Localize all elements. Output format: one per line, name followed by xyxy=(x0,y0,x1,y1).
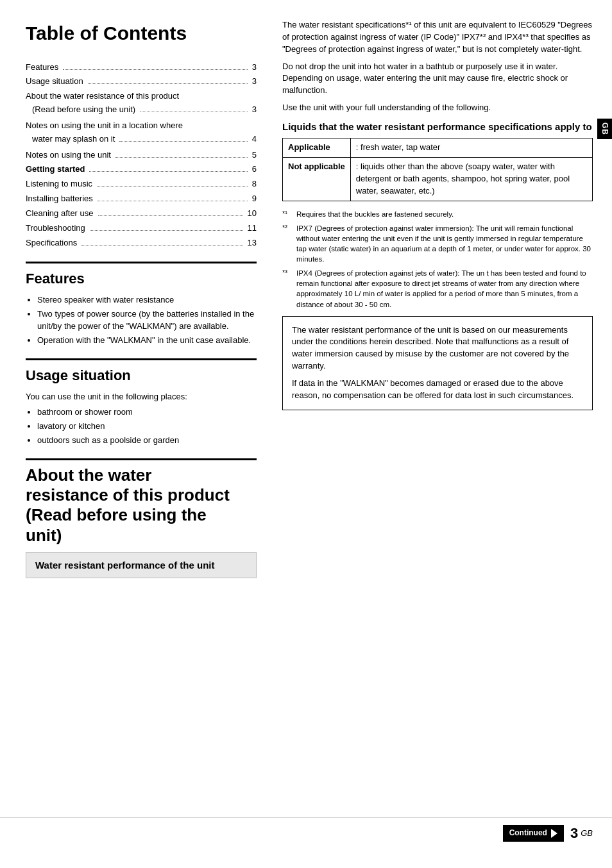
not-applicable-value: : liquids other than the above (soapy wa… xyxy=(350,158,592,201)
toc-title: Table of Contents xyxy=(26,19,257,47)
toc-label: (Read before using the unit) xyxy=(32,104,138,116)
usage-title: Usage situation xyxy=(26,365,257,386)
not-applicable-label: Not applicable xyxy=(283,158,351,201)
table-row-not-applicable: Not applicable : liquids other than the … xyxy=(283,158,593,201)
toc-page: 3 xyxy=(250,62,257,74)
usage-list: bathroom or shower room lavatory or kitc… xyxy=(37,406,257,447)
list-item: Stereo speaker with water resistance xyxy=(37,294,257,306)
continued-label: Continued xyxy=(509,828,547,839)
toc-fill xyxy=(63,69,247,70)
footnote-num: *³ xyxy=(282,268,296,309)
bottom-bar: Continued 3 GB xyxy=(0,817,612,849)
list-item: Two types of power source (by the batter… xyxy=(37,308,257,333)
intro-paragraph: The water resistant specifications*¹ of … xyxy=(282,19,593,56)
list-item: outdoors such as a poolside or garden xyxy=(37,435,257,447)
toc-page: 11 xyxy=(245,222,257,235)
toc-page: 10 xyxy=(245,208,257,220)
footnote-num: *² xyxy=(282,223,296,264)
toc-item-water-resistance-sub: (Read before using the unit) 3 xyxy=(26,103,257,117)
features-list: Stereo speaker with water resistance Two… xyxy=(37,294,257,346)
list-item: lavatory or kitchen xyxy=(37,421,257,433)
toc-label: water may splash on it xyxy=(32,133,117,146)
water-resistance-title: About the waterresistance of this produc… xyxy=(26,465,257,546)
toc-fill xyxy=(115,157,248,158)
toc-page: 3 xyxy=(250,104,257,116)
toc-item-notes-location-sub: water may splash on it 4 xyxy=(26,132,257,147)
left-column: Table of Contents Features 3 Usage situa… xyxy=(0,19,269,811)
toc-page: 9 xyxy=(250,193,257,205)
toc-fill xyxy=(98,201,248,201)
footnotes: *¹ Requires that the buckles are fastene… xyxy=(282,209,593,310)
toc-label: Troubleshooting xyxy=(26,222,88,235)
toc-item-notes-location: Notes on using the unit in a location wh… xyxy=(26,119,257,148)
water-divider xyxy=(26,458,257,460)
warranty-text-2: If data in the "WALKMAN" becomes damaged… xyxy=(292,378,583,402)
toc-item-cleaning: Cleaning after use 10 xyxy=(26,206,257,221)
footnote-text: IPX7 (Degrees of protection against wate… xyxy=(296,223,593,264)
features-title: Features xyxy=(26,269,257,289)
toc-fill xyxy=(119,141,247,142)
toc-item-notes-unit: Notes on using the unit 5 xyxy=(26,148,257,163)
toc-fill xyxy=(97,186,248,187)
footnote-text: IPX4 (Degrees of protection against jets… xyxy=(296,268,593,309)
gb-label: GB xyxy=(597,119,612,139)
toc-label: Features xyxy=(26,62,61,74)
usage-intro: You can use the unit in the following pl… xyxy=(26,391,257,403)
toc-item-listening: Listening to music 8 xyxy=(26,177,257,192)
toc-fill xyxy=(90,230,243,231)
footnote-3: *³ IPX4 (Degrees of protection against j… xyxy=(282,268,593,309)
toc-fill xyxy=(140,112,248,112)
footnote-1: *¹ Requires that the buckles are fastene… xyxy=(282,209,593,219)
applicable-table: Applicable : fresh water, tap water Not … xyxy=(282,138,593,201)
continued-arrow-icon xyxy=(551,829,557,838)
applicable-value: : fresh water, tap water xyxy=(350,138,592,158)
toc-list: Features 3 Usage situation 3 About the w… xyxy=(26,60,257,251)
table-row-applicable: Applicable : fresh water, tap water xyxy=(283,138,593,158)
footnote-2: *² IPX7 (Degrees of protection against w… xyxy=(282,223,593,264)
usage-divider xyxy=(26,358,257,360)
toc-label: Notes on using the unit xyxy=(26,149,114,162)
continued-button: Continued xyxy=(503,825,564,841)
warranty-box: The water resistant performance of the u… xyxy=(282,316,593,410)
toc-label: Installing batteries xyxy=(26,193,96,205)
toc-label: Cleaning after use xyxy=(26,208,96,220)
list-item: Operation with the "WALKMAN" in the unit… xyxy=(37,335,257,347)
toc-label: Usage situation xyxy=(26,76,86,88)
toc-fill xyxy=(88,83,248,84)
toc-label: Getting started xyxy=(26,163,87,176)
toc-page: 3 xyxy=(250,76,257,88)
page-gb: GB xyxy=(581,828,593,840)
toc-item-getting-started: Getting started 6 xyxy=(26,162,257,177)
water-performance-box: Water resistant performance of the unit xyxy=(26,552,257,579)
toc-item-features: Features 3 xyxy=(26,60,257,75)
para3: Use the unit with your full understandin… xyxy=(282,102,593,114)
toc-item-water-resistance: About the water resistance of this produ… xyxy=(26,89,257,119)
toc-item-specifications: Specifications 13 xyxy=(26,236,257,251)
toc-label: Listening to music xyxy=(26,178,95,190)
toc-page: 8 xyxy=(250,178,257,190)
page: Table of Contents Features 3 Usage situa… xyxy=(0,0,612,868)
toc-label-line1: Notes on using the unit in a location wh… xyxy=(26,120,257,132)
right-column: GB The water resistant specifications*¹ … xyxy=(269,19,612,811)
toc-label: Specifications xyxy=(26,237,80,249)
liquids-title: Liquids that the water resistant perform… xyxy=(282,121,593,133)
toc-item-batteries: Installing batteries 9 xyxy=(26,192,257,206)
toc-page: 5 xyxy=(250,149,257,162)
toc-page: 6 xyxy=(250,163,257,176)
toc-item-usage: Usage situation 3 xyxy=(26,74,257,89)
toc-item-troubleshooting: Troubleshooting 11 xyxy=(26,221,257,236)
footnote-num: *¹ xyxy=(282,209,296,219)
toc-fill xyxy=(81,245,242,246)
warranty-text: The water resistant performance of the u… xyxy=(292,324,583,372)
footnote-text: Requires that the buckles are fastened s… xyxy=(296,209,593,219)
features-divider xyxy=(26,262,257,263)
toc-page: 4 xyxy=(250,133,257,146)
toc-page: 13 xyxy=(245,237,257,249)
toc-fill xyxy=(98,215,243,216)
water-box-title: Water resistant performance of the unit xyxy=(35,559,247,572)
page-number: 3 xyxy=(570,823,578,844)
list-item: bathroom or shower room xyxy=(37,406,257,419)
para2: Do not drop the unit into hot water in a… xyxy=(282,61,593,97)
toc-fill xyxy=(89,171,247,172)
toc-label-line1: About the water resistance of this produ… xyxy=(26,90,257,103)
